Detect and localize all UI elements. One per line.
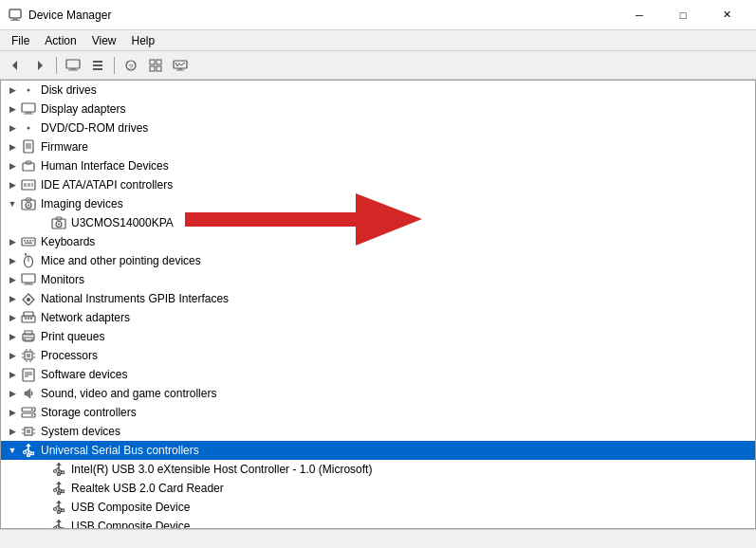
svg-point-113 [54,489,57,492]
list-item[interactable]: ▶ IDE ATA/ATAPI controllers [1,175,755,194]
svg-rect-39 [28,183,30,187]
menu-view[interactable]: View [84,32,124,49]
toolbar-computer[interactable] [62,54,84,77]
list-item[interactable]: ▶ Sound, video and game controllers [1,384,755,403]
u3cmos-icon [50,214,67,231]
svg-marker-85 [25,389,30,398]
list-item[interactable]: ▶ Print queues [1,327,755,346]
software-label: Software devices [41,368,127,381]
list-item[interactable]: ▶ Monitors [1,270,755,289]
svg-point-106 [54,470,57,473]
svg-text:?: ? [129,63,134,71]
toolbar-help[interactable]: ? [120,54,142,77]
realtek-label: Realtek USB 2.0 Card Reader [71,482,224,495]
list-item[interactable]: ▼ Universal Serial Bus controllers [1,441,755,460]
menu-file[interactable]: File [4,32,37,49]
usb-comp2-label: USB Composite Device [71,520,190,529]
ni-icon [20,290,37,307]
svg-point-102 [28,454,30,457]
svg-rect-5 [66,60,80,68]
monitors-label: Monitors [41,273,84,286]
svg-rect-61 [24,284,33,285]
svg-rect-67 [30,318,32,320]
expand-display[interactable]: ▶ [5,101,20,117]
expand-usb[interactable]: ▼ [5,443,20,458]
expand-software[interactable]: ▶ [5,367,20,382]
toolbar-list[interactable] [86,54,109,77]
svg-point-120 [54,508,57,511]
toolbar-grid[interactable] [144,54,167,77]
svg-line-22 [179,64,181,65]
expand-ni[interactable]: ▶ [5,291,20,306]
list-item[interactable]: ▶ National Instruments GPIB Interfaces [1,289,755,308]
svg-rect-0 [9,9,21,18]
list-item[interactable]: ▶ Mice and other pointing devices [1,251,755,270]
svg-point-127 [54,527,57,530]
list-item[interactable]: U3CMOS14000KPA [1,213,755,232]
list-item[interactable]: ▶ System devices [1,422,755,441]
toolbar-sep-1 [56,57,57,74]
menu-help[interactable]: Help [124,32,163,49]
app-icon [8,8,23,23]
monitors-icon [20,271,37,288]
network-label: Network adapters [41,311,130,324]
svg-rect-101 [31,452,34,455]
display-label: Display adapters [41,102,125,116]
list-item[interactable]: ▶ Processors [1,346,755,365]
expand-network[interactable]: ▶ [5,310,20,325]
expand-processors[interactable]: ▶ [5,348,20,363]
close-button[interactable]: ✕ [705,0,748,30]
expand-firmware[interactable]: ▶ [5,139,20,155]
expand-dvd[interactable]: ▶ [5,120,20,136]
expand-imaging[interactable]: ▼ [5,196,20,211]
svg-rect-38 [24,183,27,187]
list-item[interactable]: USB Composite Device [1,498,755,517]
list-item[interactable]: ▶ Network adapters [1,308,755,327]
list-item[interactable]: Realtek USB 2.0 Card Reader [1,479,755,498]
svg-rect-72 [27,354,30,357]
intel-usb-label: Intel(R) USB 3.0 eXtensible Host Control… [71,463,372,476]
svg-rect-91 [27,429,30,433]
toolbar-monitor[interactable] [169,54,192,77]
svg-rect-59 [22,274,35,283]
list-item[interactable]: ▶ Keyboards [1,232,755,251]
firmware-icon [20,138,37,155]
list-item[interactable]: ▶ Firmware [1,137,755,156]
list-item[interactable]: Intel(R) USB 3.0 eXtensible Host Control… [1,460,755,479]
toolbar-back[interactable] [4,54,27,77]
expand-mice[interactable]: ▶ [5,253,20,268]
list-item[interactable]: ▶ Storage controllers [1,403,755,422]
svg-rect-16 [157,66,161,71]
list-item[interactable]: USB Composite Device [1,517,755,529]
list-item[interactable]: ▶ Software devices [1,365,755,384]
display-icon [20,100,37,118]
status-bar [0,529,756,548]
list-item[interactable]: ▶ Display adapters [1,100,755,119]
expand-storage[interactable]: ▶ [5,405,20,420]
svg-rect-8 [93,61,102,63]
expand-print[interactable]: ▶ [5,329,20,344]
list-item[interactable]: ▶ Human Interface Devices [1,156,755,175]
expand-keyboards[interactable]: ▶ [5,234,20,249]
expand-disk-drives[interactable]: ▶ [5,82,20,98]
svg-rect-66 [28,318,29,320]
list-item[interactable]: ▶ DVD/CD-ROM drives [1,119,755,137]
expand-monitors[interactable]: ▶ [5,272,20,287]
realtek-icon [50,480,67,497]
svg-marker-125 [56,520,62,522]
svg-rect-52 [29,240,31,242]
expand-human-interface[interactable]: ▶ [5,158,20,174]
menu-action[interactable]: Action [37,32,83,49]
list-item[interactable]: ▶ Disk drives [1,81,755,100]
maximize-button[interactable]: □ [661,0,705,30]
window-controls: ─ □ ✕ [618,0,748,30]
firmware-label: Firmware [41,140,88,154]
expand-sound[interactable]: ▶ [5,386,20,401]
expand-ide[interactable]: ▶ [5,177,20,192]
usb-comp2-icon [50,518,67,529]
list-item[interactable]: ▼ Imaging devices [1,194,755,213]
expand-system[interactable]: ▶ [5,424,20,439]
device-tree[interactable]: ▶ Disk drives ▶ Display adapters ▶ DVD/C… [0,80,756,529]
toolbar-forward[interactable] [28,54,51,77]
minimize-button[interactable]: ─ [618,0,661,30]
